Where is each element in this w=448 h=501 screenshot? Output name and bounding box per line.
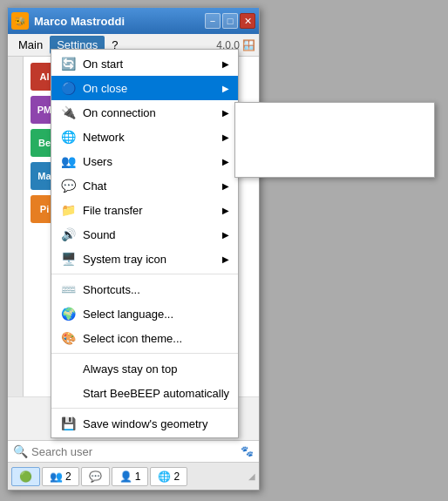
on-close-icon: 🔵 xyxy=(60,80,76,96)
menu-on-close[interactable]: 🔵 On close ▶ Prompt on quit when connect… xyxy=(51,76,238,100)
start-auto-icon xyxy=(60,385,76,401)
network-count: 2 xyxy=(173,471,180,483)
on-close-label: On close xyxy=(83,82,215,95)
close-button[interactable]: ✕ xyxy=(240,13,255,29)
search-clear-button[interactable]: 🐾 xyxy=(241,445,254,457)
users-icon: 👥 xyxy=(50,471,63,483)
arrow-icon: ▶ xyxy=(222,181,229,191)
on-connection-icon: 🔌 xyxy=(60,105,76,120)
on-close-submenu: Prompt on quit when connected Close butt… xyxy=(234,102,435,178)
chat-icon: 💬 xyxy=(89,471,102,483)
users-count: 2 xyxy=(65,471,71,483)
search-icon: 🔍 xyxy=(13,444,28,458)
menu-start-auto[interactable]: Start BeeBEEP automatically xyxy=(51,381,238,405)
sound-icon: 🔊 xyxy=(60,227,76,242)
network-label: Network xyxy=(83,131,215,144)
submenu-item-prompt[interactable]: Prompt on quit when connected xyxy=(235,105,434,128)
icon-theme-label: Select icon theme... xyxy=(83,332,229,345)
chat-label: Chat xyxy=(83,179,215,193)
window-controls: − □ ✕ xyxy=(205,13,255,29)
file-transfer-label: File transfer xyxy=(83,204,215,217)
app-icon: 🐝 xyxy=(11,12,29,30)
system-tray-label: System tray icon xyxy=(83,253,215,266)
on-connection-label: On connection xyxy=(83,106,215,119)
submenu-minimize-close-label: Close button minimize to tray icon xyxy=(248,133,417,146)
submenu-item-minimize-escape[interactable]: Escape key minimize to tray icon xyxy=(235,152,434,175)
separator-2 xyxy=(51,353,238,354)
always-on-top-label: Always stay on top xyxy=(83,362,229,376)
bottom-toolbar: 🟢 👥 2 💬 👤 1 🌐 2 ◢ xyxy=(8,462,259,490)
menu-shortcuts[interactable]: ⌨️ Shortcuts... xyxy=(51,277,238,301)
window-title: Marco Mastroddi xyxy=(34,15,205,28)
arrow-icon: ▶ xyxy=(222,132,229,142)
menu-file-transfer[interactable]: 📁 File transfer ▶ xyxy=(51,198,238,222)
toolbar-network-button[interactable]: 🌐 2 xyxy=(150,467,187,486)
title-bar: 🐝 Marco Mastroddi − □ ✕ xyxy=(8,8,259,34)
menu-on-start[interactable]: 🔄 On start ▶ xyxy=(51,51,238,76)
arrow-icon: ▶ xyxy=(222,157,229,166)
status-icon: 🟢 xyxy=(19,471,32,483)
sidebar xyxy=(8,57,24,396)
separator-1 xyxy=(51,274,238,274)
submenu-item-minimize-close[interactable]: Close button minimize to tray icon xyxy=(235,128,434,152)
user-count-icon: 👤 xyxy=(119,471,132,483)
network-icon: 🌐 xyxy=(60,129,76,145)
menu-on-connection[interactable]: 🔌 On connection ▶ xyxy=(51,100,238,125)
start-auto-label: Start BeeBEEP automatically xyxy=(83,387,229,400)
arrow-icon: ▶ xyxy=(222,108,229,118)
chat-icon: 💬 xyxy=(60,178,76,193)
always-on-top-icon xyxy=(60,361,76,376)
menu-chat[interactable]: 💬 Chat ▶ xyxy=(51,173,238,198)
users-icon: 👥 xyxy=(60,153,76,169)
save-geometry-icon: 💾 xyxy=(60,416,76,431)
resize-handle: ◢ xyxy=(248,471,255,481)
arrow-icon: ▶ xyxy=(222,84,229,93)
menu-save-geometry[interactable]: 💾 Save window's geometry xyxy=(51,411,238,436)
toolbar-status-button[interactable]: 🟢 xyxy=(11,467,40,486)
on-start-label: On start xyxy=(83,58,215,71)
arrow-icon: ▶ xyxy=(222,230,229,240)
menu-network[interactable]: 🌐 Network ▶ xyxy=(51,125,238,149)
menu-sound[interactable]: 🔊 Sound ▶ xyxy=(51,222,238,247)
sound-label: Sound xyxy=(83,228,215,241)
maximize-button[interactable]: □ xyxy=(222,13,238,29)
submenu-prompt-label: Prompt on quit when connected xyxy=(248,110,407,123)
shortcuts-icon: ⌨️ xyxy=(60,281,76,297)
shortcuts-label: Shortcuts... xyxy=(83,283,229,296)
toolbar-users-button[interactable]: 👥 2 xyxy=(42,467,79,486)
toolbar-user-count-button[interactable]: 👤 1 xyxy=(112,467,149,486)
search-bar: 🔍 🐾 xyxy=(8,440,259,462)
arrow-icon: ▶ xyxy=(222,206,229,215)
submenu-minimize-escape-label: Escape key minimize to tray icon xyxy=(248,157,412,170)
menu-always-on-top[interactable]: Always stay on top xyxy=(51,356,238,381)
file-transfer-icon: 📁 xyxy=(60,202,76,218)
language-icon: 🌍 xyxy=(60,306,76,322)
menu-select-icon-theme[interactable]: 🎨 Select icon theme... xyxy=(51,326,238,350)
language-label: Select language... xyxy=(83,308,229,321)
on-start-icon: 🔄 xyxy=(60,56,76,71)
menu-system-tray[interactable]: 🖥️ System tray icon ▶ xyxy=(51,247,238,271)
menu-main[interactable]: Main xyxy=(11,36,50,54)
minimize-button[interactable]: − xyxy=(205,13,221,29)
menu-users[interactable]: 👥 Users ▶ xyxy=(51,149,238,173)
users-label: Users xyxy=(83,155,215,168)
arrow-icon: ▶ xyxy=(222,59,229,69)
settings-dropdown: 🔄 On start ▶ 🔵 On close ▶ Prompt on quit… xyxy=(51,49,239,438)
user-count: 1 xyxy=(135,471,141,483)
toolbar-chat-button[interactable]: 💬 xyxy=(81,467,110,486)
search-input[interactable] xyxy=(31,445,237,458)
network-icon: 🌐 xyxy=(158,471,171,483)
system-tray-icon: 🖥️ xyxy=(60,251,76,267)
arrow-icon: ▶ xyxy=(222,254,229,264)
icon-theme-icon: 🎨 xyxy=(60,330,76,346)
menu-select-language[interactable]: 🌍 Select language... xyxy=(51,301,238,326)
save-geometry-label: Save window's geometry xyxy=(83,417,229,430)
separator-3 xyxy=(51,408,238,409)
